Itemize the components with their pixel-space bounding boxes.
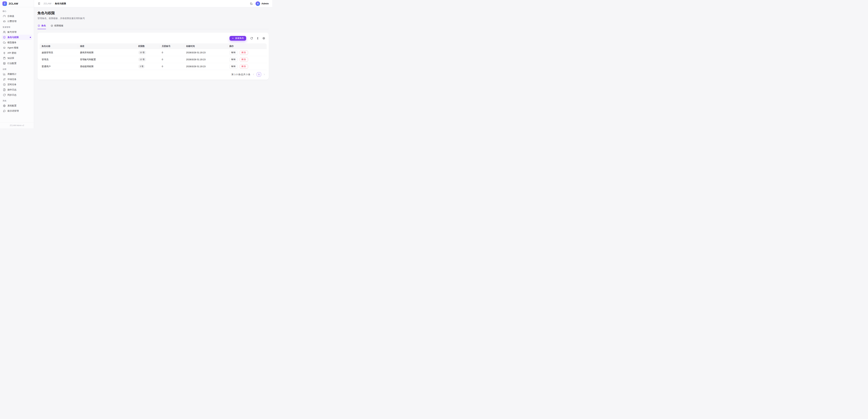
column-header-permission-count: 权限数	[136, 43, 160, 49]
linked-accounts: 0	[160, 63, 184, 70]
user-name: Admin	[261, 2, 269, 5]
edit-button[interactable]: 编辑	[229, 64, 238, 68]
sidebar-item-label: 模型服务	[7, 41, 17, 44]
column-header-linked-accounts: 关联账号	[160, 43, 184, 49]
sidebar-collapse-icon	[38, 2, 41, 5]
row-density-icon	[256, 37, 259, 39]
row-density-button[interactable]	[255, 36, 260, 41]
delete-button[interactable]: 删除	[240, 51, 248, 55]
table-header-row: 角色名称 描述 权限数 关联账号 创建时间 操作	[39, 43, 267, 49]
role-description: 管理账号和配置	[78, 56, 136, 63]
sidebar-item-label: 角色与权限	[7, 36, 19, 39]
sidebar-item-roles-permissions[interactable]: 角色与权限	[2, 35, 32, 40]
chat-bubble-icon	[3, 110, 6, 112]
brand-logo-icon: Z	[2, 1, 7, 6]
refresh-icon	[250, 37, 253, 39]
new-role-button[interactable]: 新建角色	[229, 36, 246, 41]
tab-label: 权限模板	[54, 24, 63, 27]
sidebar-item-label: 计费管理	[7, 20, 17, 23]
page-title: 角色与权限	[37, 11, 269, 16]
gear-icon	[262, 37, 265, 39]
sidebar-item-label: 系统配置	[7, 104, 17, 107]
table-row: 普通用户 基础使用权限 3 项 0 2026/3/28 01:19:23 编辑 …	[39, 63, 267, 70]
store-icon	[3, 62, 6, 65]
sidebar-item-dashboard[interactable]: 仪表盘	[2, 13, 32, 19]
role-name: 超级管理员	[39, 49, 78, 56]
sidebar: Z ZCLAW 核心 仪表盘 计费管理 资源管理 账号管理 角色与权限	[0, 0, 34, 128]
sidebar-item-usage-stats[interactable]: 用量统计	[2, 71, 32, 77]
new-role-label: 新建角色	[235, 37, 244, 40]
sidebar-nav: 核心 仪表盘 计费管理 资源管理 账号管理 角色与权限 模型服务	[0, 7, 34, 123]
breadcrumb-root[interactable]: ZCLAW	[43, 2, 51, 5]
moon-icon	[250, 2, 253, 5]
delete-button[interactable]: 删除	[240, 58, 248, 62]
tab-label: 角色	[41, 24, 46, 27]
sidebar-item-billing[interactable]: 计费管理	[2, 19, 32, 24]
clock-icon	[3, 83, 6, 86]
page-number-button[interactable]: 1	[257, 72, 261, 77]
chevron-left-icon	[252, 73, 255, 76]
sidebar-item-api-keys[interactable]: API 密钥	[2, 50, 32, 56]
sidebar-item-label: API 密钥	[7, 51, 16, 55]
permission-count-badge: 12 项	[138, 58, 146, 61]
created-at: 2026/3/28 01:19:23	[184, 56, 227, 63]
sidebar-item-label: 用量统计	[7, 72, 17, 76]
sidebar-item-accounts[interactable]: 账号管理	[2, 30, 32, 35]
sidebar-item-prompt-management[interactable]: 提示词管理	[2, 108, 32, 114]
tab-bar: 角色 权限模板	[37, 24, 269, 29]
user-menu[interactable]: A Admin	[255, 1, 269, 6]
sidebar-item-knowledge-base[interactable]: 知识库	[2, 56, 32, 61]
sidebar-item-system-config[interactable]: 系统配置	[2, 103, 32, 108]
sidebar-collapse-button[interactable]	[37, 2, 41, 5]
sidebar-item-relay-tasks[interactable]: 中转任务	[2, 77, 32, 82]
sidebar-footer-version: ZCLAW Admin v2	[0, 123, 34, 128]
gear-icon	[3, 104, 6, 107]
refresh-button[interactable]	[249, 36, 254, 41]
sidebar-item-sync-logs[interactable]: 同步日志	[2, 92, 32, 98]
sidebar-item-model-services[interactable]: 模型服务	[2, 40, 32, 45]
page-subtitle: 管理角色、权限模板，并将权限批量应用到账号	[37, 17, 269, 20]
sidebar-item-industry-config[interactable]: 行业配置	[2, 61, 32, 66]
plus-icon	[232, 37, 234, 39]
bar-chart-icon	[3, 73, 6, 76]
avatar: A	[255, 1, 260, 6]
previous-page-button[interactable]	[252, 73, 255, 76]
table-settings-button[interactable]	[261, 36, 266, 41]
sidebar-item-agent-templates[interactable]: Agent 模板	[2, 45, 32, 50]
dark-mode-toggle[interactable]	[250, 2, 253, 5]
tab-roles[interactable]: 角色	[37, 24, 46, 29]
created-at: 2026/3/28 01:19:23	[184, 63, 227, 70]
table-row: 超级管理员 拥有所有权限 10 项 0 2026/3/28 01:19:23 编…	[39, 49, 267, 56]
arrows-swap-icon	[3, 78, 6, 81]
linked-accounts: 0	[160, 56, 184, 63]
edit-button[interactable]: 编辑	[229, 51, 238, 55]
sidebar-item-label: 行业配置	[7, 62, 17, 65]
edit-button[interactable]: 编辑	[229, 58, 238, 62]
plug-icon	[3, 52, 6, 54]
bot-icon	[3, 47, 6, 49]
next-page-button[interactable]	[263, 73, 266, 76]
column-header-role-name: 角色名称	[39, 43, 78, 49]
chevron-right-icon	[263, 73, 266, 76]
role-description: 基础使用权限	[78, 63, 136, 70]
column-header-description: 描述	[78, 43, 136, 49]
sidebar-item-label: Agent 模板	[7, 46, 19, 49]
sidebar-section-resources: 资源管理	[2, 26, 32, 28]
sidebar-section-system: 系统	[2, 100, 32, 102]
sidebar-item-label: 账号管理	[7, 31, 17, 34]
brand[interactable]: Z ZCLAW	[0, 0, 34, 7]
book-icon	[3, 57, 6, 60]
sidebar-item-label: 提示词管理	[7, 110, 19, 113]
delete-button[interactable]: 删除	[240, 64, 248, 68]
sidebar-item-scheduled-tasks[interactable]: 定时任务	[2, 82, 32, 87]
sidebar-item-label: 定时任务	[7, 83, 17, 86]
tab-permission-templates[interactable]: 权限模板	[51, 24, 64, 29]
crown-icon	[3, 20, 6, 23]
shield-check-icon	[3, 36, 6, 39]
content-column: ZCLAW / 角色与权限 A Admin 角色与权限 管理角色、权限模板，并将…	[34, 0, 272, 128]
file-text-icon	[3, 88, 6, 91]
sidebar-item-operation-logs[interactable]: 操作日志	[2, 87, 32, 92]
linked-accounts: 0	[160, 49, 184, 56]
column-header-created-at: 创建时间	[184, 43, 227, 49]
permission-count-badge: 10 项	[138, 51, 146, 55]
